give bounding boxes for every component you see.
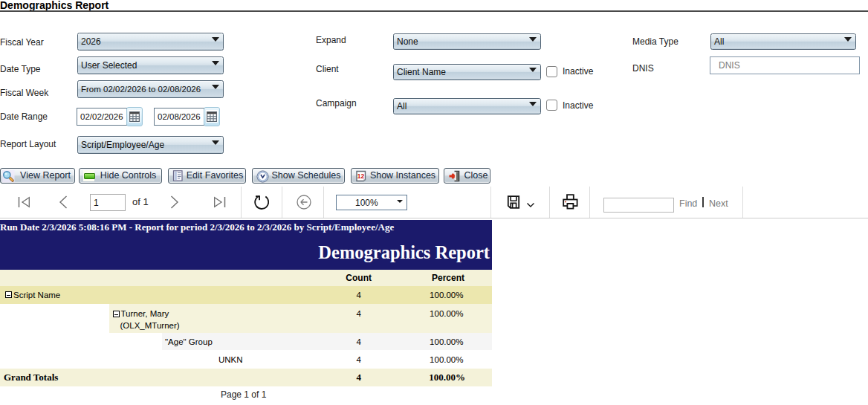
svg-text:12: 12 [357,172,365,180]
